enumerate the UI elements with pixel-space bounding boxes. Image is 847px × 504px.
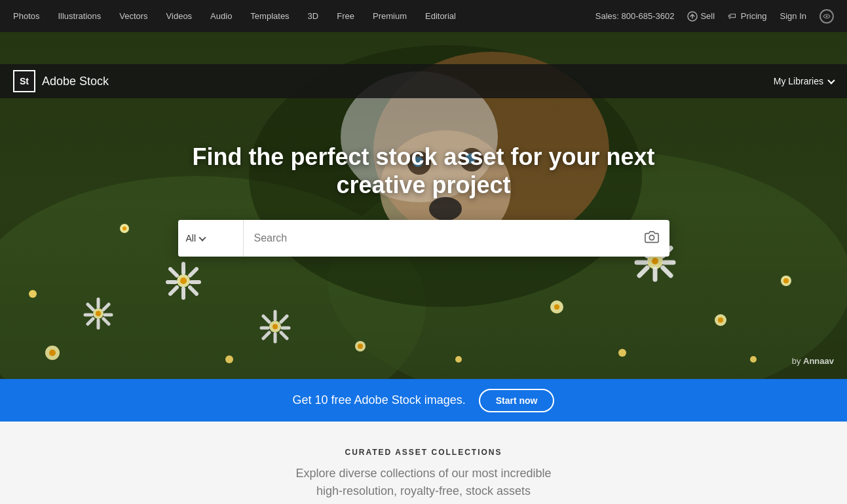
promo-banner: Get 10 free Adobe Stock images. Start no… [0, 379, 847, 422]
nav-photos[interactable]: Photos [13, 11, 39, 21]
brand-logo[interactable]: St Adobe Stock [13, 70, 109, 92]
upload-icon [687, 11, 698, 22]
curated-section: CURATED ASSET COLLECTIONS Explore divers… [0, 422, 847, 504]
visual-search-button[interactable] [634, 220, 669, 257]
hero-content: Find the perfect stock asset for your ne… [162, 143, 686, 257]
search-input-wrap [244, 220, 634, 257]
nav-videos[interactable]: Videos [166, 11, 193, 21]
my-libraries-button[interactable]: My Libraries [774, 76, 834, 86]
logo-box: St [13, 70, 35, 92]
curated-title: CURATED ASSET COLLECTIONS [13, 448, 834, 457]
hero-title: Find the perfect stock asset for your ne… [162, 143, 686, 199]
svg-point-72 [649, 236, 654, 240]
nav-vectors[interactable]: Vectors [119, 11, 147, 21]
search-bar: All [178, 220, 669, 257]
nav-free[interactable]: Free [337, 11, 354, 21]
svg-point-1 [826, 15, 828, 17]
logo-letters: St [20, 76, 29, 86]
nav-editorial[interactable]: Editorial [425, 11, 456, 21]
sell-link[interactable]: Sell [687, 11, 715, 22]
hero-section: St Adobe Stock My Libraries Find the per… [0, 32, 847, 379]
brand-bar: St Adobe Stock My Libraries [0, 64, 847, 98]
nav-3d[interactable]: 3D [308, 11, 319, 21]
photo-credit: by Annaav [792, 356, 834, 366]
search-category-selector[interactable]: All [178, 220, 244, 257]
by-label: by [792, 356, 803, 366]
category-chevron-icon [198, 234, 206, 241]
camera-icon [645, 230, 659, 247]
chevron-down-icon [827, 77, 835, 84]
nav-templates[interactable]: Templates [250, 11, 289, 21]
top-nav-left: Photos Illustrations Vectors Videos Audi… [13, 11, 456, 21]
pricing-link[interactable]: 🏷 Pricing [728, 11, 766, 21]
nav-premium[interactable]: Premium [373, 11, 407, 21]
sign-in-link[interactable]: Sign In [780, 11, 806, 21]
curated-subtitle: Explore diverse collections of our most … [293, 465, 555, 500]
search-input[interactable] [244, 220, 634, 257]
author-name: Annaav [803, 356, 834, 366]
nav-illustrations[interactable]: Illustrations [58, 11, 101, 21]
promo-text: Get 10 free Adobe Stock images. [293, 393, 466, 407]
top-nav: Photos Illustrations Vectors Videos Audi… [0, 0, 847, 32]
top-nav-right: Sales: 800-685-3602 Sell 🏷 Pricing Sign … [595, 9, 834, 24]
logo-text: Adobe Stock [42, 75, 109, 88]
tag-icon: 🏷 [728, 11, 736, 21]
eye-icon[interactable] [819, 9, 834, 24]
search-category-text: All [186, 233, 197, 243]
start-now-button[interactable]: Start now [479, 389, 555, 412]
nav-audio[interactable]: Audio [210, 11, 232, 21]
sales-phone: Sales: 800-685-3602 [595, 11, 675, 21]
